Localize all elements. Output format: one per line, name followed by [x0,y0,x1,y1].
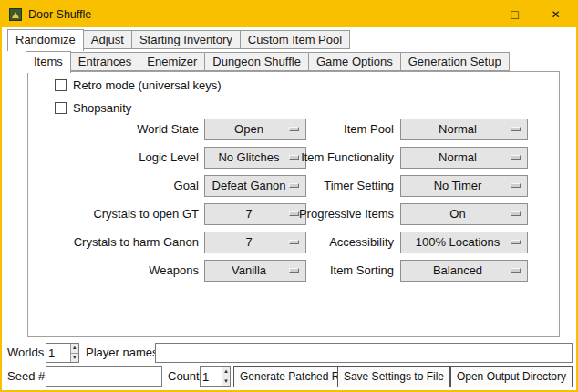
tab-starting-inventory[interactable]: Starting Inventory [131,30,241,49]
window-controls: — □ ✕ [453,2,576,27]
timer-setting-dropdown[interactable]: No Timer [400,175,528,197]
logic-level-label: Logic Level [35,147,199,169]
goal-label: Goal [35,175,199,197]
retro-mode-checkbox-row[interactable]: Retro mode (universal keys) [55,78,222,92]
count-spinner-arrows: ▲ ▼ [222,367,230,386]
world-state-label: World State [35,119,199,140]
item-functionality-value: Normal [401,148,527,168]
tab-items[interactable]: Items [26,51,71,73]
spin-up-icon[interactable]: ▲ [222,367,230,377]
accessibility-dropdown[interactable]: 100% Locations [400,232,528,253]
outer-tab-bar: Randomize Adjust Starting Inventory Cust… [7,28,350,49]
count-input[interactable] [201,367,222,386]
dropdown-indicator-icon [511,183,521,188]
weapons-label: Weapons [35,260,199,282]
seed-label: Seed # [7,366,45,387]
count-spinner[interactable]: ▲ ▼ [200,366,231,387]
spin-up-icon[interactable]: ▲ [71,344,78,354]
progressive-items-dropdown[interactable]: On [400,203,528,225]
item-sorting-dropdown[interactable]: Balanced [400,260,528,282]
item-pool-dropdown[interactable]: Normal [400,119,528,140]
item-pool-value: Normal [401,119,527,139]
tab-entrances[interactable]: Entrances [70,52,140,71]
dropdown-indicator-icon [511,127,521,131]
item-functionality-label: Item Functionality [292,147,394,169]
player-names-input[interactable] [155,343,573,363]
worlds-spinner[interactable]: ▲ ▼ [46,343,79,363]
crystals-gt-label: Crystals to open GT [35,203,199,225]
tab-enemizer[interactable]: Enemizer [139,52,205,71]
progressive-items-value: On [401,204,527,224]
worlds-spinner-arrows: ▲ ▼ [70,344,78,362]
item-sorting-value: Balanced [401,261,527,281]
window-title: Door Shuffle [28,8,91,21]
save-settings-button[interactable]: Save Settings to File [337,366,450,387]
accessibility-label: Accessibility [292,232,394,253]
item-sorting-label: Item Sorting [292,260,394,282]
seed-input[interactable] [46,366,162,387]
open-output-directory-button[interactable]: Open Output Directory [450,366,573,387]
crystals-ganon-label: Crystals to harm Ganon [35,232,199,253]
timer-setting-label: Timer Setting [292,175,394,197]
tab-custom-item-pool[interactable]: Custom Item Pool [240,30,350,49]
item-pool-label: Item Pool [292,119,394,140]
close-button[interactable]: ✕ [535,2,576,27]
tab-adjust[interactable]: Adjust [83,30,132,49]
shopsanity-checkbox[interactable] [55,102,67,114]
tab-dungeon-shuffle[interactable]: Dungeon Shuffle [204,52,309,71]
worlds-input[interactable] [46,344,70,362]
minimize-button[interactable]: — [453,2,494,27]
dropdown-indicator-icon [511,155,521,160]
item-functionality-dropdown[interactable]: Normal [400,147,528,169]
app-icon [9,8,22,21]
tab-game-options[interactable]: Game Options [308,52,401,71]
dropdown-indicator-icon [511,268,521,273]
shopsanity-checkbox-row[interactable]: Shopsanity [55,101,131,115]
worlds-label: Worlds [7,343,44,363]
count-label: Count [168,366,200,387]
spin-down-icon[interactable]: ▼ [71,354,78,363]
door-shuffle-window: Door Shuffle — □ ✕ Randomize Adjust Star… [0,0,578,392]
progressive-items-label: Progressive Items [292,203,394,225]
titlebar: Door Shuffle — □ ✕ [2,2,576,27]
inner-tab-bar: Items Entrances Enemizer Dungeon Shuffle… [26,50,510,71]
tab-randomize[interactable]: Randomize [7,29,84,51]
shopsanity-label: Shopsanity [73,101,131,115]
retro-mode-checkbox[interactable] [55,79,67,91]
maximize-button[interactable]: □ [494,2,535,27]
player-names-label: Player names [86,343,158,363]
spin-down-icon[interactable]: ▼ [222,377,230,387]
tab-generation-setup[interactable]: Generation Setup [400,52,510,71]
accessibility-value: 100% Locations [401,232,527,253]
dropdown-indicator-icon [511,211,521,216]
timer-setting-value: No Timer [401,176,527,196]
dropdown-indicator-icon [511,240,521,244]
retro-mode-label: Retro mode (universal keys) [73,78,222,92]
